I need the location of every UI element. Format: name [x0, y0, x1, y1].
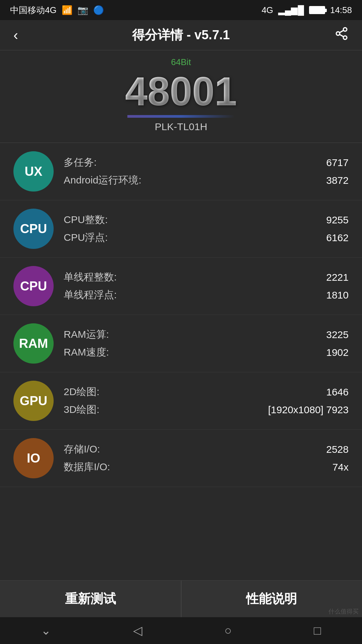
bench-metric-label-1-1: CPU浮点:	[64, 231, 108, 245]
bench-icon-io-5: IO	[13, 438, 54, 478]
signal-bars: ▂▄▆█	[278, 5, 304, 15]
bench-metric-label-3-1: RAM速度:	[64, 345, 109, 359]
bench-metrics-1: CPU整数:9255CPU浮点:6162	[64, 213, 349, 245]
device-label: PLK-TL01H	[0, 121, 362, 132]
bench-metric-label-3-0: RAM运算:	[64, 328, 109, 341]
bench-metric-row-4-1: 3D绘图:[644x362] 7923	[64, 403, 349, 417]
bench-metric-value-3-1: 1902	[326, 347, 349, 358]
bench-metric-label-0-1: Android运行环境:	[64, 173, 141, 187]
bench-metric-label-5-0: 存储I/O:	[64, 442, 100, 456]
bench-metric-value-5-1: 74x	[333, 462, 349, 473]
bench-row-2: CPU单线程整数:2221单线程浮点:1810	[0, 258, 362, 315]
bench-metric-row-4-0: 2D绘图:1646	[64, 385, 349, 399]
sim-icon: 📷	[77, 5, 88, 15]
bit-label: 64Bit	[0, 57, 362, 67]
status-left: 中国移动4G 📶 📷 🔵	[10, 4, 104, 16]
bench-metric-row-2-1: 单线程浮点:1810	[64, 288, 349, 302]
status-bar: 中国移动4G 📶 📷 🔵 4G ▂▄▆█ 14:58	[0, 0, 362, 20]
bench-metrics-4: 2D绘图:16463D绘图:[644x362] 7923	[64, 385, 349, 417]
bench-metric-value-4-1: [644x362] 7923	[268, 404, 349, 416]
status-right: 4G ▂▄▆█ 14:58	[261, 5, 352, 15]
bench-metric-value-1-0: 9255	[326, 214, 349, 226]
score-section: 64Bit 48001 PLK-TL01H	[0, 50, 362, 143]
share-button[interactable]	[328, 26, 349, 44]
nav-home[interactable]: ○	[225, 624, 232, 638]
total-score: 48001	[0, 69, 362, 113]
bench-row-0: UX多任务:6717Android运行环境:3872	[0, 143, 362, 200]
wifi-icon: 🔵	[93, 5, 104, 15]
bench-row-5: IO存储I/O:2528数据库I/O:74x	[0, 430, 362, 487]
bench-metric-row-2-0: 单线程整数:2221	[64, 270, 349, 284]
bench-metric-label-2-0: 单线程整数:	[64, 270, 117, 284]
nav-bar: ⌄ ◁ ○ □	[0, 617, 362, 644]
battery-icon	[309, 6, 325, 14]
bench-metrics-2: 单线程整数:2221单线程浮点:1810	[64, 270, 349, 302]
bench-icon-cpu-single-2: CPU	[13, 266, 54, 306]
bench-metric-row-3-0: RAM运算:3225	[64, 328, 349, 341]
bench-metric-label-2-1: 单线程浮点:	[64, 288, 117, 302]
bench-metric-value-2-1: 1810	[326, 289, 349, 301]
back-button[interactable]: ‹	[13, 27, 34, 43]
score-bar	[127, 115, 235, 118]
bench-metric-value-4-0: 1646	[326, 386, 349, 398]
signal-icon: 📶	[62, 5, 72, 15]
bench-metric-row-5-1: 数据库I/O:74x	[64, 460, 349, 474]
bench-metric-value-0-0: 6717	[326, 157, 349, 168]
bench-row-1: CPUCPU整数:9255CPU浮点:6162	[0, 200, 362, 258]
bench-icon-ram-3: RAM	[13, 323, 54, 364]
bench-metric-label-4-1: 3D绘图:	[64, 403, 100, 417]
bottom-buttons: 重新测试 性能说明	[0, 580, 362, 617]
bench-metric-value-1-1: 6162	[326, 232, 349, 244]
bench-metric-row-0-1: Android运行环境:3872	[64, 173, 349, 187]
bench-metrics-3: RAM运算:3225RAM速度:1902	[64, 328, 349, 359]
bench-metric-label-1-0: CPU整数:	[64, 213, 108, 227]
watermark: 什么值得买	[328, 607, 359, 615]
bench-icon-gpu-4: GPU	[13, 381, 54, 421]
network-type: 4G	[261, 5, 273, 15]
bench-row-3: RAMRAM运算:3225RAM速度:1902	[0, 315, 362, 372]
svg-line-4	[340, 30, 344, 33]
bench-metric-row-5-0: 存储I/O:2528	[64, 442, 349, 456]
bench-metric-row-1-1: CPU浮点:6162	[64, 231, 349, 245]
bench-metric-row-1-0: CPU整数:9255	[64, 213, 349, 227]
bench-metric-value-5-0: 2528	[326, 444, 349, 455]
bench-metric-label-5-1: 数据库I/O:	[64, 460, 110, 474]
nav-back[interactable]: ◁	[133, 624, 142, 638]
time-label: 14:58	[330, 5, 352, 15]
bench-metrics-5: 存储I/O:2528数据库I/O:74x	[64, 442, 349, 474]
benchmark-list: UX多任务:6717Android运行环境:3872CPUCPU整数:9255C…	[0, 143, 362, 487]
bench-metric-value-2-0: 2221	[326, 272, 349, 283]
bench-metric-value-0-1: 3872	[326, 175, 349, 186]
retest-button[interactable]: 重新测试	[0, 581, 181, 617]
bench-metric-label-4-0: 2D绘图:	[64, 385, 100, 399]
page-title: 得分详情 - v5.7.1	[34, 26, 328, 44]
bench-metric-row-3-1: RAM速度:1902	[64, 345, 349, 359]
bench-metric-row-0-0: 多任务:6717	[64, 156, 349, 169]
bench-metric-value-3-0: 3225	[326, 329, 349, 340]
header: ‹ 得分详情 - v5.7.1	[0, 20, 362, 50]
svg-line-3	[340, 35, 344, 37]
bench-metric-label-0-0: 多任务:	[64, 156, 97, 169]
nav-recent[interactable]: □	[314, 624, 321, 638]
carrier-label: 中国移动4G	[10, 4, 57, 16]
bench-row-4: GPU2D绘图:16463D绘图:[644x362] 7923	[0, 372, 362, 430]
bench-icon-ux-0: UX	[13, 151, 54, 192]
nav-down[interactable]: ⌄	[41, 624, 51, 638]
bench-icon-cpu-multi-1: CPU	[13, 209, 54, 249]
bench-metrics-0: 多任务:6717Android运行环境:3872	[64, 156, 349, 187]
